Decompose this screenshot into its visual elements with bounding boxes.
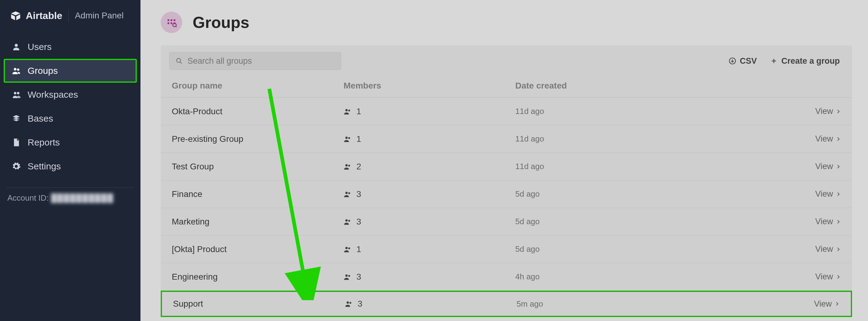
view-label: View — [814, 299, 832, 309]
table-row[interactable]: Engineering34h agoView — [161, 263, 852, 291]
members-count: 3 — [356, 217, 361, 227]
svg-point-6 — [14, 92, 16, 94]
table-row[interactable]: Support35m agoView — [161, 291, 852, 317]
search-box[interactable] — [169, 52, 341, 70]
cell-date: 5d ago — [515, 244, 792, 254]
create-group-label: Create a group — [781, 56, 840, 66]
view-link[interactable]: View — [792, 134, 841, 144]
view-link[interactable]: View — [792, 217, 841, 226]
divider — [68, 9, 69, 22]
members-count: 1 — [356, 107, 361, 116]
svg-point-23 — [345, 136, 348, 139]
create-group-button[interactable]: Create a group — [767, 54, 843, 68]
sidebar-item-bases[interactable]: Bases — [4, 107, 137, 131]
search-icon — [176, 57, 183, 65]
account-id-value: ██████████ — [51, 193, 114, 203]
svg-point-30 — [348, 220, 350, 221]
members-count: 3 — [356, 189, 361, 199]
table-row[interactable]: Pre-existing Group111d agoView — [161, 125, 852, 153]
cell-name: Test Group — [172, 162, 343, 172]
groups-page-icon — [166, 17, 177, 28]
svg-rect-10 — [174, 19, 176, 21]
members-count: 1 — [356, 134, 361, 144]
cell-members: 2 — [343, 162, 515, 172]
view-link[interactable]: View — [791, 299, 840, 309]
view-label: View — [815, 134, 833, 144]
view-label: View — [815, 107, 833, 116]
sidebar-item-users[interactable]: Users — [4, 35, 137, 59]
svg-rect-9 — [170, 19, 173, 21]
members-count: 3 — [356, 272, 361, 282]
cell-members: 3 — [345, 299, 517, 309]
members-icon — [343, 190, 351, 198]
brand-logo[interactable]: Airtable — [10, 10, 62, 22]
svg-point-36 — [349, 302, 351, 304]
chevron-right-icon — [836, 274, 841, 280]
panel-label: Admin Panel — [75, 11, 124, 21]
cell-members: 3 — [343, 272, 515, 282]
view-link[interactable]: View — [792, 189, 841, 199]
table-row[interactable]: Finance35d agoView — [161, 180, 852, 208]
panel-toolbar: CSV Create a group — [161, 45, 852, 75]
sidebar-item-groups[interactable]: Groups — [4, 59, 137, 83]
sidebar: Airtable Admin Panel Users Groups Worksp… — [0, 0, 141, 321]
view-label: View — [815, 244, 833, 254]
sidebar-nav: Users Groups Workspaces Bases Reports Se… — [0, 35, 141, 178]
page-title: Groups — [193, 13, 249, 32]
table-row[interactable]: Okta-Product111d agoView — [161, 98, 852, 125]
plus-icon — [770, 57, 777, 65]
view-label: View — [815, 162, 833, 171]
cell-members: 1 — [343, 134, 515, 144]
user-icon — [12, 42, 21, 51]
members-count: 2 — [356, 162, 361, 172]
svg-point-34 — [348, 275, 350, 277]
brand-name: Airtable — [26, 10, 62, 22]
sidebar-header: Airtable Admin Panel — [0, 0, 141, 35]
search-input[interactable] — [187, 56, 335, 66]
svg-rect-12 — [170, 22, 173, 24]
airtable-logo-icon — [10, 10, 21, 21]
view-label: View — [815, 217, 833, 226]
svg-point-27 — [345, 191, 348, 194]
svg-point-3 — [15, 44, 18, 47]
cell-members: 1 — [343, 244, 515, 254]
csv-button[interactable]: CSV — [725, 54, 761, 68]
sidebar-item-reports[interactable]: Reports — [4, 131, 137, 154]
table-row[interactable]: [Okta] Product15d agoView — [161, 236, 852, 263]
svg-point-29 — [345, 219, 348, 221]
table-row[interactable]: Test Group211d agoView — [161, 153, 852, 180]
sidebar-item-label: Users — [28, 42, 52, 52]
view-link[interactable]: View — [792, 244, 841, 254]
view-label: View — [815, 189, 833, 199]
sidebar-item-settings[interactable]: Settings — [4, 154, 137, 178]
sidebar-item-workspaces[interactable]: Workspaces — [4, 83, 137, 107]
gear-icon — [12, 162, 21, 171]
header-members[interactable]: Members — [343, 81, 515, 91]
cell-date: 11d ago — [515, 107, 792, 116]
chevron-right-icon — [836, 164, 841, 169]
table-row[interactable]: Marketing35d agoView — [161, 208, 852, 236]
svg-marker-0 — [11, 11, 20, 15]
header-date[interactable]: Date created — [515, 81, 792, 91]
svg-point-32 — [348, 247, 350, 249]
cell-members: 1 — [343, 107, 515, 116]
view-link[interactable]: View — [792, 107, 841, 116]
view-link[interactable]: View — [792, 272, 841, 282]
view-link[interactable]: View — [792, 162, 841, 171]
chevron-right-icon — [836, 109, 841, 114]
cell-name: Engineering — [172, 272, 343, 282]
svg-marker-2 — [16, 14, 20, 20]
svg-point-24 — [348, 137, 350, 139]
svg-line-17 — [180, 62, 182, 64]
cell-name: Pre-existing Group — [172, 134, 343, 144]
cell-date: 11d ago — [515, 134, 792, 144]
cell-name: Finance — [172, 189, 343, 199]
cell-members: 3 — [343, 217, 515, 227]
svg-point-4 — [14, 68, 17, 71]
chevron-right-icon — [836, 247, 841, 252]
header-name[interactable]: Group name — [172, 81, 343, 91]
svg-point-7 — [17, 92, 19, 94]
members-count: 1 — [356, 244, 361, 254]
bases-icon — [12, 114, 21, 123]
svg-line-15 — [176, 26, 177, 27]
